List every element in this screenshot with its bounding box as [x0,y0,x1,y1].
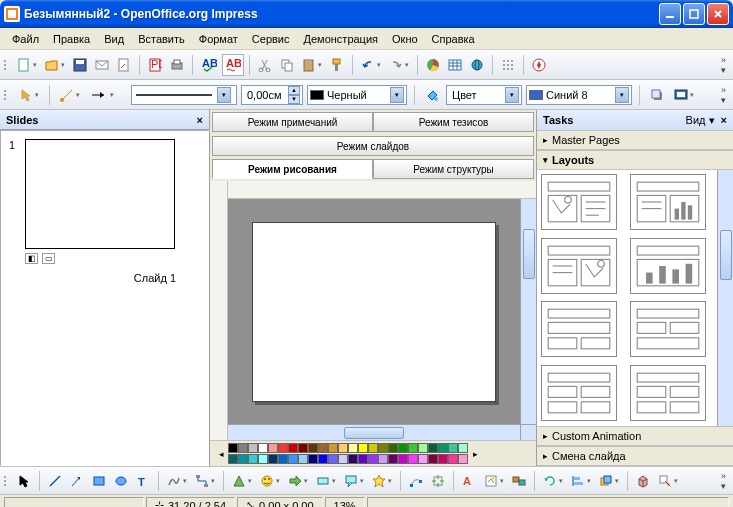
symbol-shapes-tool[interactable] [257,470,283,492]
palette-color[interactable] [238,443,248,453]
menu-edit[interactable]: Правка [47,31,96,47]
shadow-button[interactable] [647,84,667,106]
autospellcheck-button[interactable]: ABC [222,54,244,76]
nav-icon-1[interactable]: ◧ [25,253,38,264]
arrow-style-button[interactable] [87,84,117,106]
gallery-tool[interactable] [509,470,529,492]
palette-color[interactable] [378,454,388,464]
task-section-layouts[interactable]: Layouts [537,150,733,170]
line-tool[interactable] [45,470,65,492]
palette-color[interactable] [238,454,248,464]
ellipse-tool[interactable] [111,470,131,492]
slide-thumbnail[interactable] [25,139,175,249]
slides-list[interactable]: 1 ◧ ▭ Слайд 1 [0,130,209,466]
table-button[interactable] [445,54,465,76]
task-section-master-pages[interactable]: Master Pages [537,130,733,150]
menu-view[interactable]: Вид [98,31,130,47]
palette-color[interactable] [398,454,408,464]
palette-color[interactable] [458,454,468,464]
tasks-view-menu[interactable]: Вид ▾ [686,114,715,127]
palette-color[interactable] [288,443,298,453]
select-tool[interactable] [14,470,34,492]
line-endpoint-button[interactable] [57,84,83,106]
palette-color[interactable] [418,443,428,453]
navigator-button[interactable] [529,54,549,76]
tab-notes-mode[interactable]: Режим примечаний [212,112,373,132]
save-button[interactable] [70,54,90,76]
slides-panel-close-icon[interactable]: × [197,114,203,126]
interaction-tool[interactable] [655,470,681,492]
tab-drawing-mode[interactable]: Режим рисования [212,159,373,179]
align-tool[interactable] [568,470,594,492]
line-color-combo[interactable]: Черный ▾ [307,85,407,105]
fill-tool-button[interactable] [422,84,442,106]
menu-insert[interactable]: Вставить [132,31,191,47]
palette-color[interactable] [278,454,288,464]
extrusion-tool[interactable] [633,470,653,492]
line-style-combo[interactable]: ▾ [131,85,237,105]
text-tool[interactable]: T [133,470,153,492]
palette-scroll-right[interactable]: ▸ [468,444,482,464]
line-width-combo[interactable]: 0,00см ▲▼ [241,85,303,105]
line-arrow-tool[interactable] [67,470,87,492]
slide-canvas[interactable] [252,222,496,402]
palette-color[interactable] [388,443,398,453]
toolbar-overflow[interactable]: »▾ [718,85,729,105]
edit-doc-button[interactable] [114,54,134,76]
palette-color[interactable] [288,454,298,464]
menu-format[interactable]: Формат [193,31,244,47]
tab-outline-mode[interactable]: Режим структуры [373,159,534,179]
nav-icon-2[interactable]: ▭ [42,253,55,264]
fontwork-tool[interactable]: A [459,470,479,492]
email-button[interactable] [92,54,112,76]
block-arrows-tool[interactable] [285,470,311,492]
palette-color[interactable] [268,443,278,453]
palette-color[interactable] [348,454,358,464]
tab-handout-mode[interactable]: Режим тезисов [373,112,534,132]
horizontal-scrollbar[interactable] [228,424,520,440]
palette-color[interactable] [278,443,288,453]
toolbar-grip[interactable] [4,84,10,106]
flowchart-tool[interactable] [313,470,339,492]
edit-points-tool[interactable] [406,470,426,492]
palette-scroll-left[interactable]: ◂ [214,444,228,464]
palette-color[interactable] [368,454,378,464]
layout-thumb[interactable] [630,301,706,357]
menu-window[interactable]: Окно [386,31,424,47]
palette-color[interactable] [438,454,448,464]
layouts-scrollbar[interactable] [717,170,733,426]
palette-color[interactable] [458,443,468,453]
palette-color[interactable] [228,443,238,453]
toolbar-grip[interactable] [4,470,10,492]
window-close-button[interactable] [707,3,729,25]
palette-color[interactable] [328,454,338,464]
palette-color[interactable] [298,443,308,453]
palette-color[interactable] [328,443,338,453]
task-section-custom-animation[interactable]: Custom Animation [537,426,733,446]
layout-thumb[interactable] [630,174,706,230]
status-zoom[interactable]: 13% [325,497,365,508]
task-section-slide-transition[interactable]: Смена слайда [537,446,733,466]
grid-button[interactable] [498,54,518,76]
layout-thumb[interactable] [630,365,706,421]
layout-thumb[interactable] [541,301,617,357]
palette-color[interactable] [448,443,458,453]
connector-tool[interactable] [192,470,218,492]
palette-color[interactable] [358,443,368,453]
palette-color[interactable] [248,443,258,453]
from-file-tool[interactable] [481,470,507,492]
palette-color[interactable] [438,443,448,453]
palette-color[interactable] [378,443,388,453]
palette-color[interactable] [258,443,268,453]
palette-color[interactable] [248,454,258,464]
menu-help[interactable]: Справка [426,31,481,47]
palette-color[interactable] [388,454,398,464]
palette-color[interactable] [298,454,308,464]
palette-color[interactable] [448,454,458,464]
fill-type-combo[interactable]: Цвет ▾ [446,85,522,105]
palette-color[interactable] [318,443,328,453]
slide-canvas-viewport[interactable] [228,199,520,424]
palette-color[interactable] [408,443,418,453]
callouts-tool[interactable] [341,470,367,492]
window-maximize-button[interactable] [683,3,705,25]
